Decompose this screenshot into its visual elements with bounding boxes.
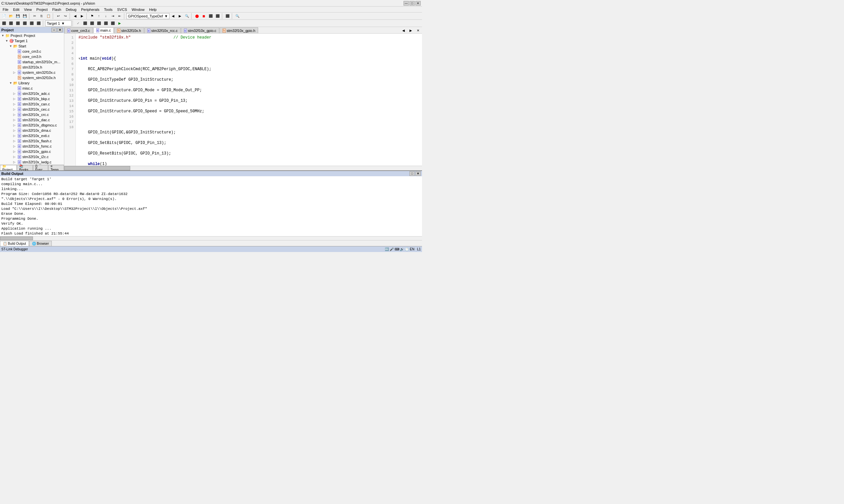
tree-item-flash[interactable]: ▷ c stm32f10x_flash.c [0, 138, 64, 144]
browse-btn1[interactable]: ◀ [170, 13, 176, 19]
debug2-btn[interactable]: ⬛ [207, 13, 214, 19]
t2-btn6[interactable]: ⬛ [35, 20, 42, 26]
paste-btn[interactable]: 📋 [45, 13, 52, 19]
tree-item-start[interactable]: ▼ 📂 Start [0, 43, 64, 49]
tab-core-cm3c[interactable]: c core_cm3.c [64, 28, 93, 33]
new-file-btn[interactable]: 📄 [1, 13, 7, 19]
tree-item-crc[interactable]: ▷ c stm32f10x_crc.c [0, 112, 64, 117]
menu-project[interactable]: Project [34, 7, 49, 12]
save-all-btn[interactable]: 💾 [21, 13, 28, 19]
tab-rcc-c[interactable]: c stm32f10x_rcc.c [144, 28, 181, 33]
menu-debug[interactable]: Debug [64, 7, 79, 12]
save-btn[interactable]: 💾 [15, 13, 21, 19]
t2-btn3[interactable]: ⬛ [15, 20, 21, 26]
t2-btn5[interactable]: ⬛ [28, 20, 35, 26]
close-button[interactable]: ✕ [415, 1, 421, 5]
tab-gpio-c[interactable]: c stm32f10x_gpio.c [181, 28, 219, 33]
bookmark-btn[interactable]: ⚑ [89, 13, 95, 19]
tab-close-btn[interactable]: ✕ [415, 28, 421, 33]
minimize-button[interactable]: — [403, 1, 409, 5]
tab-gpio-h[interactable]: h stm32f10x_gpio.h [220, 28, 258, 33]
menu-edit[interactable]: Edit [11, 7, 21, 12]
stop-debug-btn[interactable]: ◼ [201, 13, 207, 19]
t2-run[interactable]: ▶ [116, 20, 123, 26]
tree-item-stm32h[interactable]: h stm32f10x.h [0, 65, 64, 70]
menu-peripherals[interactable]: Peripherals [79, 7, 102, 12]
tab-scroll-right[interactable]: ▶ [408, 28, 414, 33]
build-minimize-btn[interactable]: □ [410, 171, 415, 176]
tree-item-project[interactable]: ▼ 📁 Project: Project [0, 33, 64, 38]
t2-stop[interactable]: ⬛ [103, 20, 109, 26]
menu-svcs[interactable]: SVCS [115, 7, 129, 12]
menu-file[interactable]: File [1, 7, 11, 12]
tree-item-systemh[interactable]: h system_stm32f10x.h [0, 75, 64, 80]
build-tab-browser[interactable]: 🌐 Browser [29, 241, 52, 246]
tree-item-core_cm3h[interactable]: h core_cm3.h [0, 54, 64, 59]
t2-btn1[interactable]: ⬛ [1, 20, 7, 26]
h-scrollbar[interactable] [64, 166, 422, 170]
t2-check[interactable]: ✓ [75, 20, 82, 26]
build-output[interactable]: Build target 'Target 1' compiling main.c… [0, 176, 422, 236]
code-container[interactable]: 1 2 3 4 5 6 7 8 9 10 11 12 13 14 15 16 1 [64, 34, 422, 166]
tree-item-systemc[interactable]: ▷ c system_stm32f10x.c [0, 70, 64, 75]
debug3-btn[interactable]: ⬛ [214, 13, 221, 19]
cut-btn[interactable]: ✂ [31, 13, 38, 19]
tree-item-bkp[interactable]: ▷ c stm32f10x_bkp.c [0, 96, 64, 102]
build-tab-output[interactable]: 📋 Build Output [0, 241, 29, 246]
prev-bookmark-btn[interactable]: ↑ [96, 13, 102, 19]
indent-btn[interactable]: ⇥ [109, 13, 116, 19]
sidebar-tab-project[interactable]: 📁 Project [0, 165, 17, 170]
menu-view[interactable]: View [22, 7, 34, 12]
tree-item-adc[interactable]: ▷ c stm32f10x_adc.c [0, 91, 64, 96]
target-dropdown[interactable]: Target 1 ▼ [45, 20, 71, 26]
tab-scroll-left[interactable]: ◀ [400, 28, 407, 33]
start-debug-btn[interactable]: ⬤ [193, 13, 200, 19]
nav-fwd-btn[interactable]: ▶ [79, 13, 85, 19]
tab-main-c[interactable]: c main.c [93, 28, 114, 33]
tree-item-exti[interactable]: ▷ c stm32f10x_exti.c [0, 133, 64, 138]
tree-item-cec[interactable]: ▷ c stm32f10x_cec.c [0, 107, 64, 112]
nav-back-btn[interactable]: ◀ [72, 13, 79, 19]
tree-item-fsmc[interactable]: ▷ c stm32f10x_fsmc.c [0, 144, 64, 149]
t2-build2[interactable]: ⬛ [89, 20, 95, 26]
tree-item-core_cm3c[interactable]: c core_cm3.c [0, 49, 64, 54]
t2-build1[interactable]: ⬛ [82, 20, 88, 26]
t2-download[interactable]: ⬛ [109, 20, 116, 26]
tree-item-startup[interactable]: c startup_stm32f10x_m... [0, 59, 64, 65]
sidebar-minus-btn[interactable]: − [51, 28, 57, 32]
tree-item-can[interactable]: ▷ c stm32f10x_can.c [0, 102, 64, 107]
t2-btn4[interactable]: ⬛ [21, 20, 28, 26]
tree-item-dma[interactable]: ▷ c stm32f10x_dma.c [0, 128, 64, 133]
tree-item-iwdg[interactable]: ▷ c stm32f10x_iwdg.c [0, 159, 64, 164]
tab-stm32h[interactable]: h stm32f10x.h [114, 28, 144, 33]
redo-btn[interactable]: ↪ [62, 13, 69, 19]
undo-btn[interactable]: ↩ [55, 13, 62, 19]
sidebar-tab-books[interactable]: 📚 Books [17, 165, 33, 170]
sidebar-tab-temp[interactable]: ≡ Temp... [48, 165, 64, 170]
code-text[interactable]: #include "stm32f10x.h" // Device header … [76, 34, 422, 166]
tree-item-i2c[interactable]: ▷ c stm32f10x_i2c.c [0, 154, 64, 159]
tree-item-misc[interactable]: c misc.c [0, 86, 64, 91]
menu-tools[interactable]: Tools [102, 7, 115, 12]
cfg-btn[interactable]: ⬛ [224, 13, 231, 19]
browse-btn2[interactable]: ▶ [177, 13, 183, 19]
zoom-btn[interactable]: 🔍 [234, 13, 241, 19]
open-btn[interactable]: 📂 [7, 13, 14, 19]
tree-item-dbgmcu[interactable]: ▷ c stm32f10x_dbgmcu.c [0, 123, 64, 128]
type-dropdown[interactable]: GPIOSpeed_TypeDef ▼ [126, 13, 170, 19]
tree-item-target1[interactable]: ▼ 🎯 Target 1 [0, 38, 64, 43]
unindent-btn[interactable]: ⇤ [116, 13, 123, 19]
menu-window[interactable]: Window [130, 7, 147, 12]
tree-item-library[interactable]: ▼ 📂 Library [0, 80, 64, 86]
tree-item-dac[interactable]: ▷ c stm32f10x_dac.c [0, 117, 64, 123]
build-scrollbar[interactable] [0, 236, 422, 240]
menu-help[interactable]: Help [147, 7, 159, 12]
sidebar-close-btn[interactable]: ✕ [57, 28, 63, 32]
sidebar-tab-func[interactable]: {} Func... [33, 165, 49, 170]
next-bookmark-btn[interactable]: ↓ [103, 13, 109, 19]
copy-btn[interactable]: ⎘ [38, 13, 45, 19]
menu-flash[interactable]: Flash [50, 7, 63, 12]
t2-btn2[interactable]: ⬛ [7, 20, 14, 26]
build-close-btn[interactable]: ✕ [415, 171, 421, 176]
maximize-button[interactable]: □ [410, 1, 415, 5]
